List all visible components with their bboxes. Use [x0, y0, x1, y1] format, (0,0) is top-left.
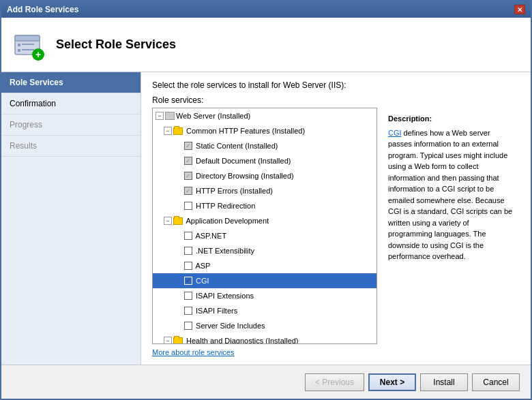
tree-item-ssi[interactable]: Server Side Includes [153, 318, 376, 333]
checkbox-isapi-ext[interactable] [184, 292, 192, 300]
more-link[interactable]: More about role services [152, 348, 520, 356]
checkbox-dir-browsing[interactable] [184, 172, 192, 180]
role-services-label: Role services: [152, 95, 520, 105]
checkbox-asp[interactable] [184, 262, 192, 270]
tree-label-default-doc: Default Document (Installed) [194, 155, 291, 167]
tree-item-isapi-ext[interactable]: ISAPI Extensions [153, 288, 376, 303]
checkbox-isapi-filt[interactable] [184, 307, 192, 315]
svg-rect-4 [22, 44, 34, 45]
tree-item-app-dev[interactable]: Application Development [153, 213, 376, 228]
tree-item-isapi-filt[interactable]: ISAPI Filters [153, 303, 376, 318]
tree-label-aspnet: ASP.NET [194, 230, 226, 242]
tree-item-cgi[interactable]: CGI [153, 273, 376, 288]
tree-label-dir-browsing: Directory Browsing (Installed) [194, 170, 294, 182]
tree-item-http-errors[interactable]: HTTP Errors (Installed) [153, 183, 376, 198]
tree-label-cgi: CGI [194, 275, 209, 287]
tree-container[interactable]: Web Server (Installed) Common HTTP Featu… [152, 108, 377, 344]
header-icon: + [12, 29, 45, 61]
cancel-button[interactable]: Cancel [472, 373, 520, 391]
tree-item-webserver[interactable]: Web Server (Installed) [153, 108, 376, 123]
svg-text:+: + [35, 49, 41, 60]
expander-common-http[interactable] [164, 127, 172, 135]
server-icon [165, 112, 175, 120]
next-button[interactable]: Next > [368, 373, 416, 391]
tree-label-net-ext: .NET Extensibility [194, 245, 254, 257]
window-title: Add Role Services [7, 5, 78, 14]
main-content: Role Services Confirmation Progress Resu… [1, 72, 531, 365]
sidebar-item-progress: Progress [1, 114, 141, 136]
svg-rect-5 [22, 49, 34, 50]
tree-label-webserver: Web Server (Installed) [176, 110, 250, 122]
tree-label-ssi: Server Side Includes [194, 320, 265, 332]
checkbox-net-ext[interactable] [184, 247, 192, 255]
svg-rect-2 [18, 44, 20, 46]
close-button[interactable]: ✕ [514, 5, 525, 14]
install-button[interactable]: Install [420, 373, 468, 391]
tree-label-http-redir: HTTP Redirection [194, 200, 255, 212]
sidebar-item-results: Results [1, 136, 141, 157]
cgi-link[interactable]: CGI [388, 129, 402, 137]
expander-webserver[interactable] [156, 112, 164, 120]
checkbox-ssi[interactable] [184, 322, 192, 330]
expander-app-dev[interactable] [164, 217, 172, 225]
tree-item-aspnet[interactable]: ASP.NET [153, 228, 376, 243]
tree-item-net-ext[interactable]: .NET Extensibility [153, 243, 376, 258]
tree-item-http-redir[interactable]: HTTP Redirection [153, 198, 376, 213]
split-pane: Web Server (Installed) Common HTTP Featu… [152, 108, 520, 344]
description-panel: Description: CGI defines how a Web serve… [383, 108, 520, 344]
description-text: CGI defines how a Web server passes info… [388, 127, 514, 262]
checkbox-http-redir[interactable] [184, 202, 192, 210]
sidebar-item-role-services[interactable]: Role Services [1, 72, 141, 93]
content-description: Select the role services to install for … [152, 80, 520, 90]
folder-icon-app-dev [173, 217, 183, 225]
header-title: Select Role Services [56, 37, 176, 52]
tree-label-static-content: Static Content (Installed) [194, 140, 278, 152]
tree-item-asp[interactable]: ASP [153, 258, 376, 273]
tree-label-isapi-ext: ISAPI Extensions [194, 290, 254, 302]
footer: < Previous Next > Install Cancel [1, 365, 531, 399]
tree-item-dir-browsing[interactable]: Directory Browsing (Installed) [153, 168, 376, 183]
tree-label-http-errors: HTTP Errors (Installed) [194, 185, 273, 197]
checkbox-http-errors[interactable] [184, 187, 192, 195]
tree-item-default-doc[interactable]: Default Document (Installed) [153, 153, 376, 168]
tree-item-common-http[interactable]: Common HTTP Features (Installed) [153, 123, 376, 138]
tree-label-isapi-filt: ISAPI Filters [194, 305, 237, 317]
svg-rect-1 [15, 35, 40, 41]
folder-icon-health-diag [173, 337, 183, 345]
header-area: + Select Role Services [1, 18, 531, 72]
checkbox-static-content[interactable] [184, 142, 192, 150]
description-title: Description: [388, 113, 514, 125]
svg-rect-3 [18, 49, 20, 52]
content-area: Select the role services to install for … [141, 72, 531, 365]
expander-health-diag[interactable] [164, 337, 172, 344]
main-window: Add Role Services ✕ + Select Role Servic… [0, 0, 532, 400]
description-body: defines how a Web server passes informat… [388, 129, 512, 261]
tree-label-asp: ASP [194, 260, 210, 272]
tree-item-health-diag[interactable]: Health and Diagnostics (Installed) [153, 333, 376, 344]
tree-item-static-content[interactable]: Static Content (Installed) [153, 138, 376, 153]
title-bar: Add Role Services ✕ [1, 1, 531, 18]
checkbox-default-doc[interactable] [184, 157, 192, 165]
previous-button[interactable]: < Previous [305, 373, 364, 391]
folder-icon-common-http [173, 127, 183, 135]
tree-label-health-diag: Health and Diagnostics (Installed) [184, 335, 299, 344]
tree-label-common-http: Common HTTP Features (Installed) [184, 125, 305, 137]
checkbox-cgi[interactable] [184, 277, 192, 285]
tree-label-app-dev: Application Development [184, 215, 269, 227]
sidebar-item-confirmation[interactable]: Confirmation [1, 93, 141, 114]
checkbox-aspnet[interactable] [184, 232, 192, 240]
sidebar: Role Services Confirmation Progress Resu… [1, 72, 141, 365]
